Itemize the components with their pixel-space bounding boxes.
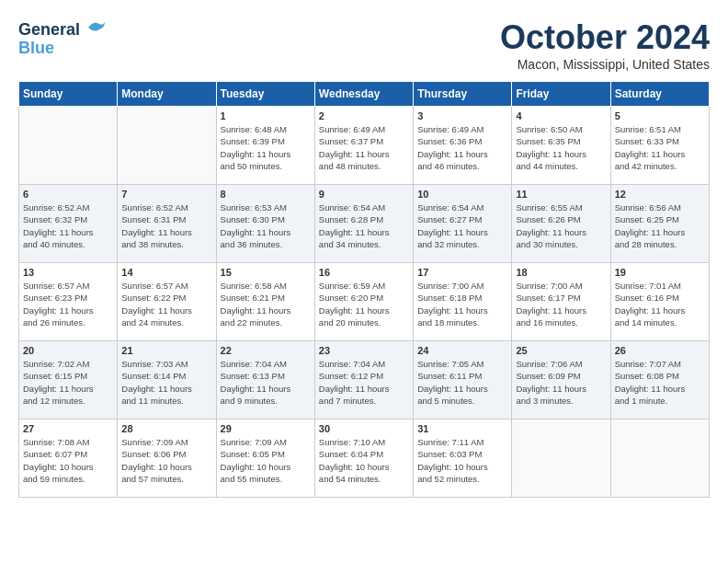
calendar-cell: 15Sunrise: 6:58 AM Sunset: 6:21 PM Dayli… — [216, 263, 314, 341]
calendar-cell: 5Sunrise: 6:51 AM Sunset: 6:33 PM Daylig… — [610, 107, 709, 185]
calendar-cell — [610, 419, 709, 498]
day-number: 8 — [221, 189, 311, 200]
day-number: 28 — [121, 423, 211, 434]
calendar-cell: 20Sunrise: 7:02 AM Sunset: 6:15 PM Dayli… — [19, 341, 118, 419]
day-number: 21 — [121, 345, 211, 356]
day-number: 26 — [615, 345, 705, 356]
day-number: 3 — [417, 110, 507, 121]
calendar-week-4: 20Sunrise: 7:02 AM Sunset: 6:15 PM Dayli… — [19, 341, 710, 419]
calendar-cell: 21Sunrise: 7:03 AM Sunset: 6:14 PM Dayli… — [118, 341, 216, 419]
day-number: 31 — [417, 423, 507, 434]
day-number: 18 — [516, 267, 606, 278]
weekday-header-wednesday: Wednesday — [314, 82, 413, 107]
day-detail: Sunrise: 6:53 AM Sunset: 6:30 PM Dayligh… — [221, 201, 311, 250]
day-number: 6 — [23, 189, 113, 200]
day-detail: Sunrise: 7:03 AM Sunset: 6:14 PM Dayligh… — [121, 358, 211, 407]
calendar-cell: 12Sunrise: 6:56 AM Sunset: 6:25 PM Dayli… — [610, 185, 709, 263]
calendar-week-1: 1Sunrise: 6:48 AM Sunset: 6:39 PM Daylig… — [19, 107, 710, 185]
title-block: October 2024 Macon, Mississippi, United … — [500, 18, 710, 72]
calendar-cell: 10Sunrise: 6:54 AM Sunset: 6:27 PM Dayli… — [414, 185, 512, 263]
calendar-cell — [118, 107, 216, 185]
day-number: 13 — [23, 267, 113, 278]
weekday-header-friday: Friday — [512, 82, 610, 107]
calendar-cell: 29Sunrise: 7:09 AM Sunset: 6:05 PM Dayli… — [216, 419, 314, 498]
day-detail: Sunrise: 6:54 AM Sunset: 6:28 PM Dayligh… — [319, 201, 409, 250]
calendar-cell: 2Sunrise: 6:49 AM Sunset: 6:37 PM Daylig… — [314, 107, 413, 185]
day-detail: Sunrise: 6:49 AM Sunset: 6:36 PM Dayligh… — [417, 123, 507, 172]
day-detail: Sunrise: 6:54 AM Sunset: 6:27 PM Dayligh… — [417, 201, 507, 250]
day-detail: Sunrise: 7:01 AM Sunset: 6:16 PM Dayligh… — [615, 280, 705, 328]
calendar-cell: 4Sunrise: 6:50 AM Sunset: 6:35 PM Daylig… — [512, 107, 610, 185]
day-detail: Sunrise: 7:09 AM Sunset: 6:06 PM Dayligh… — [121, 436, 211, 485]
calendar-cell: 18Sunrise: 7:00 AM Sunset: 6:17 PM Dayli… — [512, 263, 610, 341]
day-number: 17 — [417, 267, 507, 278]
calendar-cell: 31Sunrise: 7:11 AM Sunset: 6:03 PM Dayli… — [414, 419, 512, 498]
day-detail: Sunrise: 6:57 AM Sunset: 6:23 PM Dayligh… — [23, 280, 113, 328]
day-detail: Sunrise: 6:59 AM Sunset: 6:20 PM Dayligh… — [319, 280, 409, 328]
calendar-table: SundayMondayTuesdayWednesdayThursdayFrid… — [18, 81, 710, 498]
calendar-cell: 27Sunrise: 7:08 AM Sunset: 6:07 PM Dayli… — [19, 419, 118, 498]
logo-text-blue: Blue — [18, 40, 107, 58]
month-title: October 2024 — [500, 18, 710, 57]
day-detail: Sunrise: 6:55 AM Sunset: 6:26 PM Dayligh… — [516, 201, 606, 250]
calendar-cell: 9Sunrise: 6:54 AM Sunset: 6:28 PM Daylig… — [314, 185, 413, 263]
weekday-header-row: SundayMondayTuesdayWednesdayThursdayFrid… — [19, 82, 710, 107]
calendar-cell: 19Sunrise: 7:01 AM Sunset: 6:16 PM Dayli… — [610, 263, 709, 341]
calendar-cell: 7Sunrise: 6:52 AM Sunset: 6:31 PM Daylig… — [118, 185, 216, 263]
day-number: 29 — [221, 423, 311, 434]
day-number: 4 — [516, 110, 606, 121]
day-number: 24 — [417, 345, 507, 356]
day-detail: Sunrise: 7:00 AM Sunset: 6:17 PM Dayligh… — [516, 280, 606, 328]
day-number: 22 — [221, 345, 311, 356]
location: Macon, Mississippi, United States — [500, 57, 710, 72]
day-detail: Sunrise: 7:09 AM Sunset: 6:05 PM Dayligh… — [221, 436, 311, 485]
day-detail: Sunrise: 7:11 AM Sunset: 6:03 PM Dayligh… — [417, 436, 507, 485]
day-number: 11 — [516, 189, 606, 200]
day-detail: Sunrise: 7:07 AM Sunset: 6:08 PM Dayligh… — [615, 358, 705, 407]
calendar-cell: 30Sunrise: 7:10 AM Sunset: 6:04 PM Dayli… — [314, 419, 413, 498]
calendar-cell: 26Sunrise: 7:07 AM Sunset: 6:08 PM Dayli… — [610, 341, 709, 419]
calendar-cell: 17Sunrise: 7:00 AM Sunset: 6:18 PM Dayli… — [414, 263, 512, 341]
day-detail: Sunrise: 7:04 AM Sunset: 6:13 PM Dayligh… — [221, 358, 311, 407]
day-number: 25 — [516, 345, 606, 356]
logo-bird-icon — [86, 18, 107, 35]
weekday-header-monday: Monday — [118, 82, 216, 107]
day-detail: Sunrise: 6:51 AM Sunset: 6:33 PM Dayligh… — [615, 123, 705, 172]
day-number: 20 — [23, 345, 113, 356]
weekday-header-sunday: Sunday — [19, 82, 118, 107]
day-detail: Sunrise: 7:04 AM Sunset: 6:12 PM Dayligh… — [319, 358, 409, 407]
calendar-cell: 13Sunrise: 6:57 AM Sunset: 6:23 PM Dayli… — [19, 263, 118, 341]
calendar-cell: 3Sunrise: 6:49 AM Sunset: 6:36 PM Daylig… — [414, 107, 512, 185]
page-header: General Blue October 2024 Macon, Mississ… — [18, 18, 710, 72]
day-detail: Sunrise: 7:08 AM Sunset: 6:07 PM Dayligh… — [23, 436, 113, 485]
weekday-header-tuesday: Tuesday — [216, 82, 314, 107]
calendar-cell: 23Sunrise: 7:04 AM Sunset: 6:12 PM Dayli… — [314, 341, 413, 419]
logo-text-general: General — [18, 18, 107, 40]
day-number: 9 — [319, 189, 409, 200]
day-detail: Sunrise: 6:49 AM Sunset: 6:37 PM Dayligh… — [319, 123, 409, 172]
weekday-header-thursday: Thursday — [414, 82, 512, 107]
calendar-cell: 22Sunrise: 7:04 AM Sunset: 6:13 PM Dayli… — [216, 341, 314, 419]
weekday-header-saturday: Saturday — [610, 82, 709, 107]
day-number: 5 — [615, 110, 705, 121]
day-detail: Sunrise: 7:06 AM Sunset: 6:09 PM Dayligh… — [516, 358, 606, 407]
day-detail: Sunrise: 6:58 AM Sunset: 6:21 PM Dayligh… — [221, 280, 311, 328]
calendar-cell: 1Sunrise: 6:48 AM Sunset: 6:39 PM Daylig… — [216, 107, 314, 185]
day-detail: Sunrise: 7:00 AM Sunset: 6:18 PM Dayligh… — [417, 280, 507, 328]
day-detail: Sunrise: 6:50 AM Sunset: 6:35 PM Dayligh… — [516, 123, 606, 172]
day-number: 23 — [319, 345, 409, 356]
calendar-week-5: 27Sunrise: 7:08 AM Sunset: 6:07 PM Dayli… — [19, 419, 710, 498]
day-number: 10 — [417, 189, 507, 200]
day-number: 27 — [23, 423, 113, 434]
day-number: 19 — [615, 267, 705, 278]
calendar-cell: 24Sunrise: 7:05 AM Sunset: 6:11 PM Dayli… — [414, 341, 512, 419]
calendar-cell — [19, 107, 118, 185]
day-detail: Sunrise: 6:57 AM Sunset: 6:22 PM Dayligh… — [121, 280, 211, 328]
calendar-cell: 11Sunrise: 6:55 AM Sunset: 6:26 PM Dayli… — [512, 185, 610, 263]
day-number: 12 — [615, 189, 705, 200]
calendar-week-3: 13Sunrise: 6:57 AM Sunset: 6:23 PM Dayli… — [19, 263, 710, 341]
day-detail: Sunrise: 7:05 AM Sunset: 6:11 PM Dayligh… — [417, 358, 507, 407]
day-detail: Sunrise: 6:52 AM Sunset: 6:32 PM Dayligh… — [23, 201, 113, 250]
calendar-cell: 6Sunrise: 6:52 AM Sunset: 6:32 PM Daylig… — [19, 185, 118, 263]
calendar-cell: 16Sunrise: 6:59 AM Sunset: 6:20 PM Dayli… — [314, 263, 413, 341]
